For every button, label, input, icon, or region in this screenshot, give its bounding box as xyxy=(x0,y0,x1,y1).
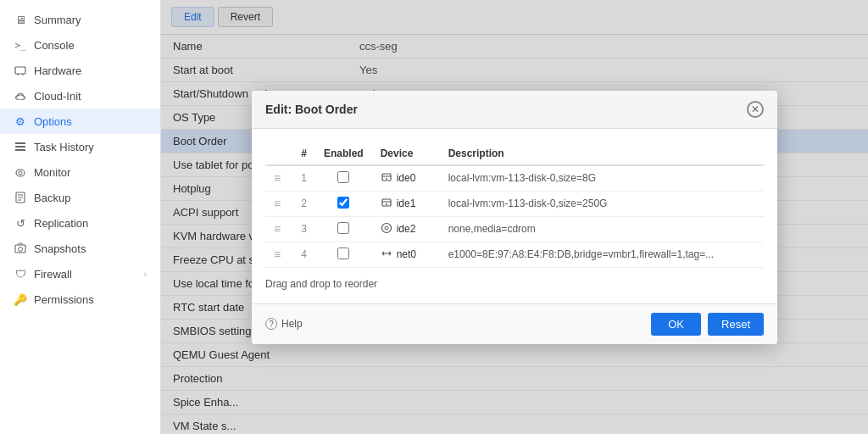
enabled-checkbox-cell xyxy=(315,242,372,267)
modal-body: # Enabled Device Description ≡ 1 ide0 lo… xyxy=(252,129,777,303)
boot-order-table: # Enabled Device Description ≡ 1 ide0 lo… xyxy=(265,142,764,268)
device-name: ide2 xyxy=(397,223,416,235)
device-cell: ide0 xyxy=(372,165,440,192)
options-icon: ⚙ xyxy=(14,114,27,128)
sidebar-item-label: Monitor xyxy=(34,166,70,179)
disk-icon xyxy=(381,171,392,186)
boot-order-row: ≡ 1 ide0 local-lvm:vm-113-disk-0,size=8G xyxy=(265,165,764,192)
sidebar-item-permissions[interactable]: 🔑 Permissions xyxy=(0,287,160,312)
help-button[interactable]: ? Help xyxy=(265,318,303,330)
device-name: net0 xyxy=(397,248,416,260)
backup-icon xyxy=(14,191,27,204)
device-name: ide1 xyxy=(397,198,416,209)
task-history-icon xyxy=(14,140,27,153)
sidebar-item-label: Replication xyxy=(34,217,88,230)
sidebar-item-backup[interactable]: Backup xyxy=(0,185,160,210)
monitor-icon xyxy=(14,165,27,179)
drag-drop-hint: Drag and drop to reorder xyxy=(265,278,764,290)
svg-point-20 xyxy=(386,203,387,205)
modal-title: Edit: Boot Order xyxy=(265,103,358,116)
cdrom-icon xyxy=(381,222,392,236)
enabled-checkbox[interactable] xyxy=(337,248,349,259)
col-num: # xyxy=(292,142,315,165)
drag-handle[interactable]: ≡ xyxy=(265,191,292,216)
main-content: Edit Revert Name ccs-seg Start at boot Y… xyxy=(161,0,868,434)
sidebar-item-snapshots[interactable]: Snapshots xyxy=(0,236,160,261)
row-number: 2 xyxy=(292,191,315,216)
sidebar-item-monitor[interactable]: Monitor xyxy=(0,159,160,185)
hardware-icon xyxy=(14,64,27,77)
description-cell: e1000=8E:97:A8:E4:F8:DB,bridge=vmbr1,fir… xyxy=(440,242,764,267)
modal-header: Edit: Boot Order ✕ xyxy=(252,91,777,129)
svg-point-22 xyxy=(385,226,388,230)
enabled-checkbox-cell xyxy=(315,191,372,216)
sidebar-item-replication[interactable]: ↺ Replication xyxy=(0,210,160,236)
device-cell: ide2 xyxy=(372,216,440,242)
sidebar-item-label: Backup xyxy=(34,192,70,204)
drag-handle[interactable]: ≡ xyxy=(265,242,292,267)
sidebar-item-label: Console xyxy=(34,39,75,52)
enabled-checkbox-cell xyxy=(315,165,372,192)
sidebar-item-label: Firewall xyxy=(34,268,72,281)
row-number: 3 xyxy=(292,216,315,242)
sidebar-item-label: Options xyxy=(34,115,72,128)
modal-close-button[interactable]: ✕ xyxy=(747,101,764,118)
svg-point-7 xyxy=(16,170,25,176)
device-name: ide0 xyxy=(397,172,416,184)
sidebar-item-firewall[interactable]: 🛡 Firewall › xyxy=(0,261,160,287)
drag-handle[interactable]: ≡ xyxy=(265,216,292,242)
svg-rect-0 xyxy=(15,67,25,74)
modal-overlay: Edit: Boot Order ✕ # Enabled Device Desc… xyxy=(161,0,868,434)
sidebar-item-task-history[interactable]: Task History xyxy=(0,134,160,159)
console-icon: >_ xyxy=(14,38,27,52)
sidebar: 🖥 Summary >_ Console Hardware Cloud-Init… xyxy=(0,0,161,434)
cloud-icon xyxy=(14,89,27,103)
boot-order-row: ≡ 3 ide2 none,media=cdrom xyxy=(265,216,764,242)
svg-point-21 xyxy=(381,223,391,232)
firewall-icon: 🛡 xyxy=(14,267,27,281)
svg-point-17 xyxy=(386,178,387,180)
svg-point-14 xyxy=(19,248,23,252)
sidebar-item-label: Cloud-Init xyxy=(34,90,81,103)
summary-icon: 🖥 xyxy=(14,13,27,26)
sidebar-item-cloud-init[interactable]: Cloud-Init xyxy=(0,83,160,108)
modal-actions: OK Reset xyxy=(651,313,764,336)
sidebar-item-console[interactable]: >_ Console xyxy=(0,32,160,58)
description-cell: local-lvm:vm-113-disk-0,size=250G xyxy=(440,191,764,216)
net-icon xyxy=(381,248,392,262)
firewall-arrow-icon: › xyxy=(144,270,147,279)
col-drag xyxy=(265,142,292,165)
permissions-icon: 🔑 xyxy=(14,292,27,306)
col-description: Description xyxy=(440,142,764,165)
sidebar-item-hardware[interactable]: Hardware xyxy=(0,58,160,83)
enabled-checkbox[interactable] xyxy=(337,197,349,209)
description-cell: local-lvm:vm-113-disk-0,size=8G xyxy=(440,165,764,192)
replication-icon: ↺ xyxy=(14,216,27,230)
row-number: 4 xyxy=(292,242,315,267)
svg-rect-4 xyxy=(15,142,25,144)
ok-button[interactable]: OK xyxy=(651,313,701,336)
col-enabled: Enabled xyxy=(315,142,372,165)
enabled-checkbox[interactable] xyxy=(337,222,349,234)
svg-point-8 xyxy=(19,171,22,175)
device-cell: ide1 xyxy=(372,191,440,216)
sidebar-item-options[interactable]: ⚙ Options xyxy=(0,108,160,134)
enabled-checkbox-cell xyxy=(315,216,372,242)
sidebar-item-label: Permissions xyxy=(34,293,94,306)
drag-handle[interactable]: ≡ xyxy=(265,165,292,192)
sidebar-item-summary[interactable]: 🖥 Summary xyxy=(0,7,160,32)
sidebar-item-label: Task History xyxy=(34,141,94,153)
sidebar-item-label: Snapshots xyxy=(34,242,86,255)
svg-rect-5 xyxy=(15,146,25,147)
modal-footer: ? Help OK Reset xyxy=(252,303,777,344)
svg-rect-6 xyxy=(15,149,25,151)
col-device: Device xyxy=(372,142,440,165)
description-cell: none,media=cdrom xyxy=(440,216,764,242)
disk-icon xyxy=(381,197,392,211)
help-label: Help xyxy=(281,318,303,330)
row-number: 1 xyxy=(292,165,315,192)
enabled-checkbox[interactable] xyxy=(337,171,349,183)
boot-order-modal: Edit: Boot Order ✕ # Enabled Device Desc… xyxy=(252,91,777,344)
device-cell: net0 xyxy=(372,242,440,267)
reset-button[interactable]: Reset xyxy=(708,313,764,336)
